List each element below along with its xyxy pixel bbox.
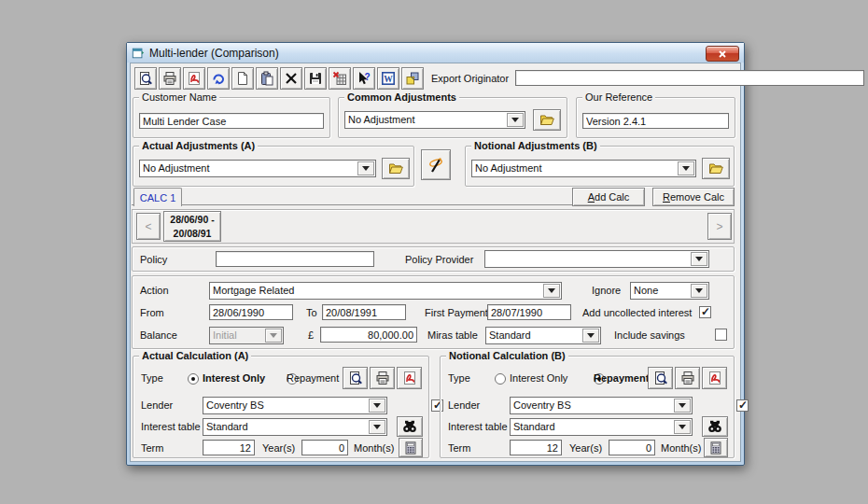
chevron-down-icon[interactable] (674, 420, 691, 434)
interest-table-label: Interest table (141, 421, 201, 432)
pdf-icon (187, 71, 202, 86)
balance-amount-input[interactable] (320, 327, 417, 343)
chevron-down-icon[interactable] (369, 399, 385, 413)
actual-adjustments-select[interactable]: No Adjustment (139, 160, 376, 177)
preview-calc-a-button[interactable] (343, 367, 368, 389)
term-months-input-b[interactable] (609, 440, 655, 455)
interest-table-select-b[interactable]: Standard (510, 418, 693, 436)
type-label: Type (141, 372, 163, 384)
remove-calc-button[interactable]: Remove Calc (652, 188, 735, 206)
policy-provider-select[interactable] (484, 250, 709, 268)
lender-label: Lender (448, 399, 480, 411)
common-adjustments-value: No Adjustment (348, 114, 507, 125)
action-select[interactable]: Mortgage Related (209, 282, 562, 300)
term-label: Term (448, 442, 470, 454)
to-date-input[interactable] (322, 304, 406, 320)
printer-icon (375, 371, 390, 385)
include-savings-checkbox[interactable] (715, 329, 727, 341)
first-payment-label: First Payment (425, 307, 488, 318)
paste-button[interactable] (256, 67, 278, 90)
redo-button[interactable] (207, 67, 230, 90)
pdf-calc-a-button[interactable] (397, 367, 422, 389)
preview-calc-b-button[interactable] (648, 367, 673, 389)
open-actual-adjustment-button[interactable] (382, 158, 410, 179)
interest-only-radio[interactable] (188, 373, 199, 385)
policy-input[interactable] (216, 251, 374, 267)
open-folder-icon (388, 161, 403, 176)
lender-select-b[interactable]: Coventry BS (510, 397, 693, 414)
open-common-adjustment-button[interactable] (533, 109, 561, 131)
customer-name-group-label: Customer Name (139, 91, 219, 103)
print-preview-icon (138, 71, 153, 86)
first-payment-input[interactable] (487, 304, 571, 320)
our-reference-input[interactable] (582, 113, 729, 129)
context-help-button[interactable] (353, 67, 375, 90)
chevron-down-icon[interactable] (357, 161, 374, 175)
export-originator-input[interactable] (515, 70, 864, 86)
term-years-input-a[interactable] (203, 440, 255, 455)
search-interest-table-a-button[interactable] (397, 416, 423, 437)
currency-label: £ (308, 329, 314, 341)
from-date-input[interactable] (209, 304, 293, 320)
lender-select-a[interactable]: Coventry BS (203, 397, 387, 414)
customer-name-input[interactable] (139, 113, 324, 129)
add-calc-label: Add Calc (588, 191, 630, 203)
multi-lender-window: Multi-lender (Comparison) Export Origina… (126, 42, 745, 466)
months-label: Month(s) (354, 442, 394, 454)
previous-period-button[interactable]: < (136, 213, 161, 240)
interest-only-label: Interest Only (510, 372, 567, 384)
term-months-input-a[interactable] (301, 440, 348, 455)
chevron-down-icon[interactable] (691, 252, 707, 266)
lender-value: Coventry BS (206, 399, 369, 411)
redo-arrow-icon (211, 71, 226, 86)
adjustment-wizard-button[interactable] (421, 149, 451, 180)
export-word-button[interactable] (377, 67, 399, 90)
tab-calc-1[interactable]: CALC 1 (133, 188, 182, 206)
print-calc-b-button[interactable] (675, 367, 700, 389)
next-period-button[interactable]: > (707, 213, 732, 240)
search-interest-table-b-button[interactable] (702, 416, 728, 437)
add-uncollected-interest-checkbox[interactable] (699, 306, 711, 318)
add-calc-button[interactable]: Add Calc (572, 188, 645, 206)
common-adjustments-select[interactable]: No Adjustment (344, 111, 525, 129)
lender-enabled-checkbox-b[interactable] (736, 399, 749, 412)
tab-strip-line (132, 204, 572, 205)
delete-button[interactable] (280, 67, 302, 90)
export-pdf-button[interactable] (183, 67, 205, 90)
pdf-calc-b-button[interactable] (702, 367, 727, 389)
chevron-down-icon[interactable] (582, 329, 599, 343)
open-notional-adjustment-button[interactable] (702, 158, 730, 179)
delete-calculation-button[interactable] (329, 67, 351, 90)
term-calculator-b-button[interactable] (704, 438, 728, 457)
delete-x-icon (284, 71, 299, 86)
term-years-input-b[interactable] (510, 440, 562, 455)
chevron-down-icon[interactable] (691, 284, 707, 298)
replicate-button[interactable] (401, 67, 424, 90)
close-button[interactable] (706, 46, 739, 62)
interest-only-radio[interactable] (495, 373, 506, 385)
chevron-down-icon[interactable] (507, 113, 524, 127)
title-bar[interactable]: Multi-lender (Comparison) (127, 43, 744, 63)
notional-adjustments-select[interactable]: No Adjustment (471, 160, 696, 177)
action-value: Mortgage Related (213, 285, 543, 296)
ignore-select[interactable]: None (630, 282, 709, 300)
chevron-down-icon[interactable] (543, 284, 560, 298)
term-calculator-a-button[interactable] (399, 438, 423, 457)
years-label: Year(s) (262, 442, 295, 454)
miras-table-select[interactable]: Standard (485, 327, 601, 344)
chevron-down-icon[interactable] (369, 420, 385, 434)
print-preview-button[interactable] (134, 67, 157, 90)
new-document-button[interactable] (231, 67, 254, 90)
clipboard-paste-icon (259, 71, 274, 86)
balance-label: Balance (140, 329, 177, 341)
print-calc-a-button[interactable] (370, 367, 395, 389)
notional-adjustments-group: Notional Adjustments (B) No Adjustment (465, 146, 735, 187)
chevron-down-icon[interactable] (678, 161, 694, 175)
period-range-button[interactable]: 28/06/90 - 20/08/91 (163, 211, 221, 242)
print-button[interactable] (159, 67, 181, 90)
chevron-down-icon[interactable] (674, 399, 691, 413)
our-reference-group: Our Reference (576, 97, 735, 138)
interest-table-select-a[interactable]: Standard (203, 418, 387, 436)
save-button[interactable] (304, 67, 327, 90)
floppy-save-icon (308, 71, 323, 86)
